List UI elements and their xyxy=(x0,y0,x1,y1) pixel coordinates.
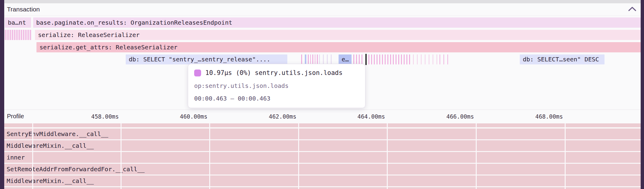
frame-label: SentryEnvMiddleware.__call__ xyxy=(4,130,108,138)
flamechart-frame-row[interactable]: MiddlewareMixin.__call__ xyxy=(4,175,641,186)
time-gridline xyxy=(476,123,477,189)
tooltip-title-row: 10.97µs (0%) sentry.utils.json.loads xyxy=(194,69,359,76)
flamechart-frame-row[interactable]: MiddlewareMixin.__call__ xyxy=(4,140,641,151)
frame-label: MiddlewareMixin.__call__ xyxy=(4,142,94,149)
time-gridline xyxy=(387,123,388,189)
span-tooltip: 10.97µs (0%) sentry.utils.json.loads op:… xyxy=(188,64,365,108)
tooltip-duration-title: 10.97µs (0%) sentry.utils.json.loads xyxy=(205,69,343,76)
tooltip-op-label: op:sentry.utils.json.loads xyxy=(194,82,359,89)
flamechart-frame-row-partial[interactable] xyxy=(4,123,641,127)
flamechart-frame-row[interactable]: SetRemoteAddrFromForwardedFor.__call__ xyxy=(4,164,641,175)
left-frame-edge xyxy=(0,0,4,189)
flamechart-frame-row[interactable]: SentryEnvMiddleware.__call__ xyxy=(4,129,641,139)
time-gridline xyxy=(209,123,210,189)
frame-label: inner xyxy=(4,154,25,161)
tooltip-time-range: 00:00.463 — 00:00.463 xyxy=(194,95,359,102)
flamechart-frame-row-partial[interactable] xyxy=(4,187,641,189)
time-gridline xyxy=(298,123,299,189)
time-gridline xyxy=(121,123,122,189)
time-gridline xyxy=(565,123,566,189)
frame-label: MiddlewareMixin.__call__ xyxy=(4,177,94,184)
right-frame-edge xyxy=(641,0,644,189)
playhead-cursor[interactable] xyxy=(365,54,367,65)
frame-label: SetRemoteAddrFromForwardedFor.__call__ xyxy=(4,166,145,173)
flamechart-frame-row[interactable]: inner xyxy=(4,152,641,163)
time-gridline xyxy=(32,123,33,189)
span-color-swatch-icon xyxy=(194,70,201,76)
